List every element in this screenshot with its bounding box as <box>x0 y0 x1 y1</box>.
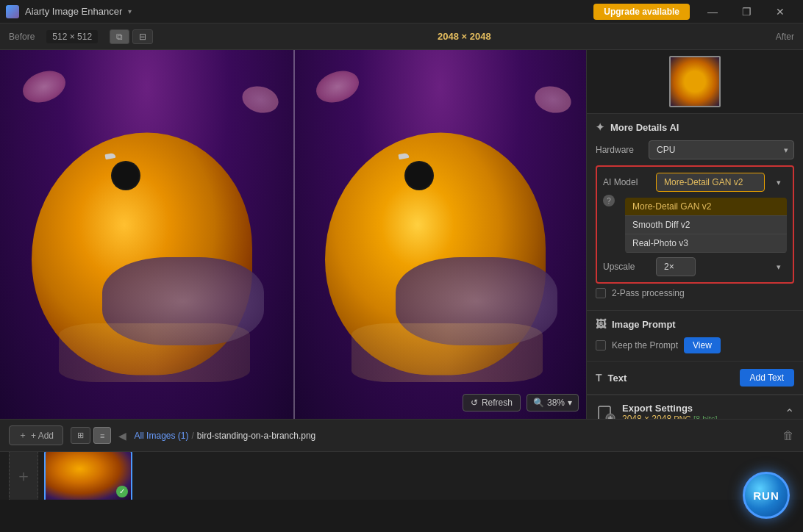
add-text-button[interactable]: Add Text <box>740 369 794 387</box>
zoom-control[interactable]: 🔍 38% ▾ <box>527 394 579 411</box>
thumbnail-area <box>587 50 803 114</box>
more-details-section: ✦ More Details AI Hardware CPU ▾ AI Mode… <box>587 114 803 311</box>
two-pass-label: 2-Pass processing <box>612 288 685 298</box>
export-info: Export Settings 2048 × 2048 PNG [8 bits] <box>596 403 717 419</box>
image-icon: 🖼 <box>596 318 606 330</box>
top-toolbar: Before 512 × 512 ⧉ ⊟ 2048 × 2048 After <box>0 24 803 50</box>
export-icon <box>596 403 616 420</box>
canvas-area[interactable]: ↺ Refresh 🔍 38% ▾ <box>0 50 586 419</box>
bottom-panel: ＋ + Add ⊞ ≡ ◀ All Images (1) / bird-stan… <box>0 419 803 500</box>
zoom-dropdown-arrow: ▾ <box>568 398 572 408</box>
size-before: 512 × 512 <box>46 30 98 43</box>
dropdown-item-2[interactable]: Real-Photo v3 <box>625 234 787 253</box>
app-icon <box>6 5 19 18</box>
nav-back-button[interactable]: ◀ <box>118 430 126 442</box>
zoom-icon: 🔍 <box>533 398 544 408</box>
refresh-button[interactable]: ↺ Refresh <box>463 394 521 411</box>
side-by-side-button[interactable]: ⊟ <box>132 29 153 44</box>
bottom-toolbar: ＋ + Add ⊞ ≡ ◀ All Images (1) / bird-stan… <box>0 420 803 452</box>
breadcrumb-separator: / <box>191 431 193 441</box>
refresh-icon: ↺ <box>471 398 478 408</box>
export-collapse-button[interactable]: ⌃ <box>785 406 794 419</box>
export-details: Export Settings 2048 × 2048 PNG [8 bits] <box>622 403 717 419</box>
dropdown-item-1[interactable]: Smooth Diff v2 <box>625 216 787 234</box>
thumbnail-image <box>669 56 721 107</box>
before-image <box>0 50 293 419</box>
keep-prompt-label: Keep the Prompt <box>612 340 678 351</box>
view-prompt-button[interactable]: View <box>684 337 721 353</box>
text-section-row: T Text Add Text <box>596 369 794 387</box>
filmstrip-item-0[interactable]: ✓ <box>44 452 132 500</box>
titlebar: Aiarty Image Enhancer ▾ Upgrade availabl… <box>0 0 803 24</box>
restore-button[interactable]: ❐ <box>729 0 763 24</box>
hardware-label: Hardware <box>596 145 649 155</box>
image-prompt-section: 🖼 Image Prompt Keep the Prompt View <box>587 311 803 362</box>
prompt-controls: Keep the Prompt View <box>596 337 794 353</box>
hardware-select-wrapper: CPU ▾ <box>649 140 794 159</box>
ai-model-select-wrapper: More-Detail GAN v2 ▾ <box>656 173 787 192</box>
two-pass-row: 2-Pass processing <box>596 288 794 298</box>
split-view-button[interactable]: ⧉ <box>110 29 129 44</box>
after-panel <box>293 50 587 419</box>
ai-model-select[interactable]: More-Detail GAN v2 <box>656 173 765 192</box>
upscale-select-arrow: ▾ <box>777 262 781 272</box>
export-format: PNG <box>674 414 691 419</box>
ai-model-label: AI Model <box>603 177 656 187</box>
text-section: T Text Add Text <box>587 362 803 395</box>
breadcrumb: All Images (1) / bird-standing-on-a-bran… <box>134 431 315 441</box>
split-divider <box>293 50 295 419</box>
dropdown-item-0[interactable]: More-Detail GAN v2 <box>625 198 787 216</box>
export-size: 2048 × 2048 <box>622 414 671 419</box>
canvas-controls: ↺ Refresh 🔍 38% ▾ <box>463 394 579 411</box>
after-label: After <box>776 32 794 42</box>
hardware-row: Hardware CPU ▾ <box>596 140 794 159</box>
upgrade-button[interactable]: Upgrade available <box>593 4 690 20</box>
keep-prompt-checkbox[interactable] <box>596 340 606 351</box>
export-row: Export Settings 2048 × 2048 PNG [8 bits]… <box>596 403 794 419</box>
ai-model-row: AI Model More-Detail GAN v2 ▾ <box>603 173 787 192</box>
upscale-select-wrapper: 2× ▾ <box>656 257 787 276</box>
titlebar-left: Aiarty Image Enhancer ▾ <box>6 5 132 18</box>
after-image <box>293 50 587 419</box>
list-view-button[interactable]: ≡ <box>93 427 111 444</box>
image-container <box>0 50 586 419</box>
run-button[interactable]: RUN <box>743 472 790 519</box>
text-section-title: T Text <box>596 372 627 384</box>
titlebar-dropdown-arrow[interactable]: ▾ <box>128 7 132 15</box>
image-prompt-title: 🖼 Image Prompt <box>596 318 794 330</box>
section-title-more-details: ✦ More Details AI <box>596 121 794 133</box>
upscale-select[interactable]: 2× <box>656 257 696 276</box>
grid-buttons: ⊞ ≡ <box>71 427 111 444</box>
plus-icon: ＋ <box>18 429 27 442</box>
hardware-select[interactable]: CPU <box>649 140 794 159</box>
size-center: 2048 × 2048 <box>165 31 764 42</box>
right-panel: ✦ More Details AI Hardware CPU ▾ AI Mode… <box>586 50 803 419</box>
close-button[interactable]: ✕ <box>763 0 797 24</box>
ai-model-dropdown-area: ? More-Detail GAN v2 Smooth Diff v2 Real… <box>603 195 787 253</box>
help-icon[interactable]: ? <box>603 195 615 206</box>
add-button[interactable]: ＋ + Add <box>9 425 63 445</box>
filmstrip-add-button[interactable]: ＋ <box>9 452 38 500</box>
filmstrip: ＋ ✓ <box>0 452 803 500</box>
delete-button[interactable]: 🗑 <box>782 429 794 442</box>
minimize-button[interactable]: — <box>696 0 729 24</box>
upscale-row: Upscale 2× ▾ <box>603 257 787 276</box>
sparkle-icon: ✦ <box>596 121 604 133</box>
grid-view-button[interactable]: ⊞ <box>71 427 90 444</box>
ai-model-section: AI Model More-Detail GAN v2 ▾ ? More-Det… <box>596 165 794 284</box>
filmstrip-checkmark-0: ✓ <box>116 486 128 497</box>
titlebar-controls: Upgrade available — ❐ ✕ <box>593 0 797 24</box>
breadcrumb-filename: bird-standing-on-a-branch.png <box>197 431 315 441</box>
upscale-label: Upscale <box>603 262 656 272</box>
breadcrumb-all-images[interactable]: All Images (1) <box>134 431 188 441</box>
export-section: Export Settings 2048 × 2048 PNG [8 bits]… <box>587 395 803 419</box>
export-bits: [8 bits] <box>693 414 717 419</box>
app-title: Aiarty Image Enhancer <box>25 6 122 17</box>
ai-model-select-arrow: ▾ <box>777 178 781 187</box>
view-toggle: ⧉ ⊟ <box>110 29 153 44</box>
nav-buttons: ◀ <box>118 430 126 442</box>
two-pass-checkbox[interactable] <box>596 288 606 298</box>
text-icon: T <box>596 372 602 384</box>
ai-model-dropdown-list: More-Detail GAN v2 Smooth Diff v2 Real-P… <box>625 198 787 253</box>
zoom-value: 38% <box>547 398 565 408</box>
